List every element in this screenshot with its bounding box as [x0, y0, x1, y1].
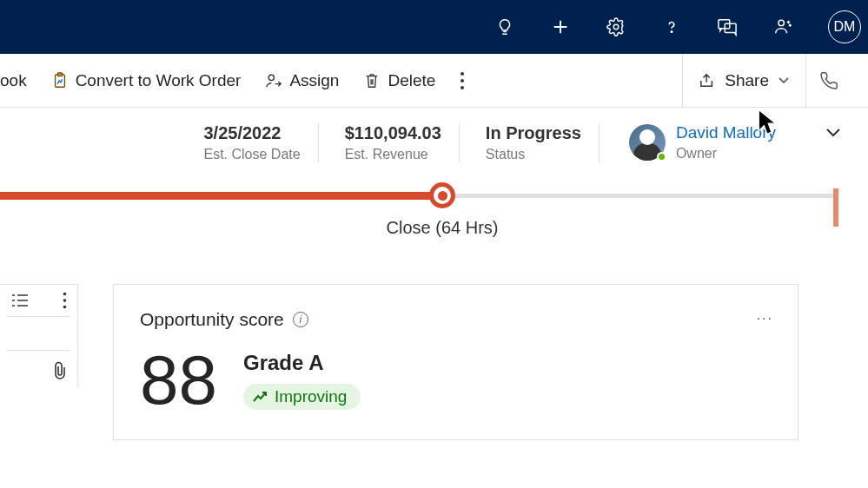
stage-current-marker[interactable] [429, 182, 455, 208]
stage-progress-fill [0, 192, 442, 200]
score-value: 88 [140, 346, 217, 415]
gear-icon[interactable] [599, 10, 633, 44]
clipboard-icon [51, 72, 69, 89]
stage-label[interactable]: Close (64 Hrs) [387, 218, 499, 238]
add-icon[interactable] [543, 10, 578, 44]
status-value: In Progress [486, 123, 581, 143]
svg-point-11 [63, 293, 67, 296]
book-button-partial[interactable]: ook [0, 71, 27, 90]
side-panel-stub [0, 284, 78, 387]
svg-point-7 [269, 75, 275, 80]
chevron-down-icon [778, 76, 790, 85]
share-icon [699, 73, 716, 89]
process-stage-bar: Close (64 Hrs) [0, 185, 868, 241]
score-card-title: Opportunity score [140, 309, 284, 330]
owner-field[interactable]: David Mallory Owner [626, 123, 776, 162]
svg-point-4 [779, 20, 784, 25]
chat-icon[interactable] [710, 10, 745, 44]
owner-label: Owner [676, 146, 776, 162]
close-date-field[interactable]: 3/25/2022 Est. Close Date [203, 123, 318, 162]
revenue-field[interactable]: $110,094.03 Est. Revenue [345, 123, 460, 162]
svg-point-12 [63, 299, 67, 302]
assign-icon [265, 72, 282, 89]
panel-overflow-button[interactable] [63, 292, 67, 309]
card-menu-button[interactable]: ··· [757, 311, 773, 326]
trend-up-icon [252, 391, 268, 403]
revenue-label: Est. Revenue [345, 147, 441, 162]
delete-label: Delete [388, 71, 435, 90]
command-bar: ook Convert to Work Order Assign Delete [0, 54, 868, 108]
assign-label: Assign [289, 71, 339, 90]
phone-panel-button[interactable] [805, 54, 851, 107]
list-icon[interactable] [10, 293, 30, 308]
assistant-icon[interactable] [765, 10, 800, 44]
share-button[interactable]: Share [682, 54, 805, 107]
svg-point-10 [461, 86, 464, 89]
panel-input-stub[interactable] [7, 316, 70, 351]
lightbulb-icon[interactable] [487, 10, 522, 44]
svg-point-13 [63, 306, 67, 309]
user-avatar[interactable]: DM [828, 10, 861, 43]
owner-name: David Mallory [676, 123, 776, 142]
info-icon[interactable]: i [293, 312, 308, 327]
score-trend-pill: Improving [243, 384, 361, 410]
paperclip-icon[interactable] [53, 361, 67, 380]
overflow-menu-button[interactable] [460, 71, 480, 90]
share-label: Share [725, 71, 769, 90]
stage-end-marker [833, 188, 838, 227]
close-date-value: 3/25/2022 [203, 123, 300, 143]
status-field[interactable]: In Progress Status [486, 123, 600, 162]
stage-progress-track [442, 194, 833, 198]
presence-indicator [657, 152, 666, 162]
svg-point-8 [461, 72, 464, 76]
expand-header-button[interactable] [825, 123, 842, 139]
help-icon[interactable] [654, 10, 689, 44]
score-grade: Grade A [243, 351, 323, 375]
trash-icon [363, 72, 381, 89]
delete-button[interactable]: Delete [363, 71, 435, 90]
opportunity-score-card: Opportunity score i ··· 88 Grade A Impro… [113, 284, 798, 440]
convert-to-work-order-button[interactable]: Convert to Work Order [51, 71, 242, 90]
assign-button[interactable]: Assign [265, 71, 339, 90]
score-trend-label: Improving [275, 387, 347, 406]
close-date-label: Est. Close Date [203, 147, 300, 162]
svg-point-9 [461, 79, 464, 82]
global-nav-bar: DM [0, 0, 868, 54]
record-header: 3/25/2022 Est. Close Date $110,094.03 Es… [0, 108, 868, 162]
svg-point-0 [613, 24, 619, 30]
status-label: Status [486, 147, 581, 162]
convert-label: Convert to Work Order [76, 71, 242, 90]
svg-point-1 [671, 31, 672, 32]
revenue-value: $110,094.03 [345, 123, 441, 143]
